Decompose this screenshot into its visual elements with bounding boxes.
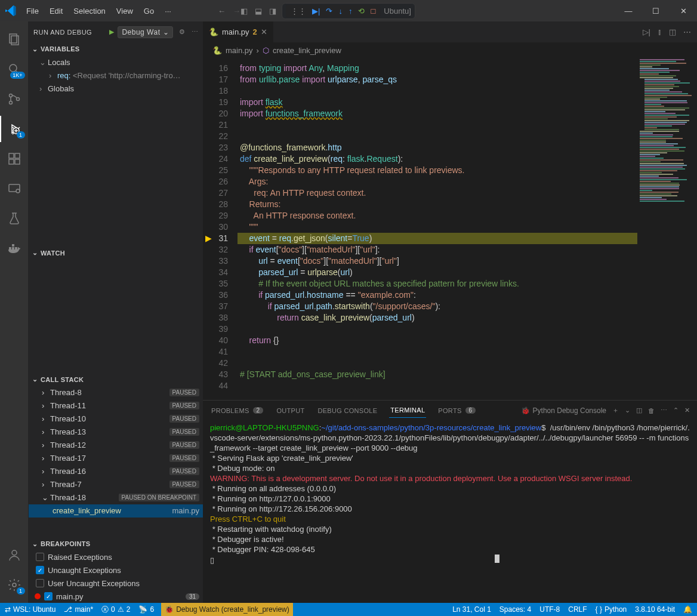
panel-more-icon[interactable]: ⋯	[661, 406, 667, 414]
close-panel-icon[interactable]: ✕	[684, 406, 690, 414]
debug-step-over-icon[interactable]: ↷	[326, 7, 332, 16]
error-icon: ⓧ	[101, 605, 109, 615]
bp-user-uncaught[interactable]: User Uncaught Exceptions	[29, 577, 203, 590]
open-launch-json-icon[interactable]: ⚙	[179, 28, 186, 36]
bp-uncaught[interactable]: ✓Uncaught Exceptions	[29, 563, 203, 577]
callstack-thread[interactable]: ›Thread-11PAUSED	[29, 399, 203, 412]
command-center[interactable]: ⋮⋮ ▶| ↷ ↓ ↑ ⟲ □ Ubuntu]	[282, 3, 415, 19]
run-file-icon[interactable]: ▷|	[643, 27, 650, 36]
menu-file[interactable]: File	[21, 4, 44, 18]
editor[interactable]: ▶ 16171819202122232425262728293031323334…	[203, 59, 697, 400]
variables-section[interactable]: ⌄VARIABLES	[29, 42, 203, 56]
menu-selection[interactable]: Selection	[69, 4, 110, 18]
activity-settings[interactable]: 1	[0, 572, 29, 598]
callstack-thread[interactable]: ›Thread-8PAUSED	[29, 386, 203, 399]
activity-debug[interactable]: 1	[0, 116, 29, 142]
terminal-dropdown-icon[interactable]: ⌄	[625, 406, 630, 414]
activity-search[interactable]: 1K+	[0, 56, 29, 82]
scope-locals[interactable]: ⌄Locals	[29, 56, 203, 69]
menu-edit[interactable]: Edit	[45, 4, 67, 18]
close-tab-icon[interactable]: ✕	[261, 27, 267, 36]
activity-extensions[interactable]	[0, 146, 29, 172]
sb-ports[interactable]: 📡6	[138, 605, 154, 614]
layout-primary-icon[interactable]: ◧	[240, 7, 248, 16]
debug-step-into-icon[interactable]: ↓	[338, 7, 343, 16]
split-editor-icon[interactable]: ◫	[669, 27, 676, 36]
sb-eol[interactable]: CRLF	[568, 605, 587, 614]
editor-tab-main[interactable]: 🐍 main.py 2 ✕	[203, 21, 274, 42]
breakpoints-list: Raised Exceptions ✓Uncaught Exceptions U…	[29, 550, 203, 603]
menu-go[interactable]: Go	[139, 4, 159, 18]
debug-drag-icon[interactable]: ⋮⋮	[291, 7, 306, 16]
sb-position[interactable]: Ln 31, Col 1	[452, 605, 491, 614]
debug-alt-icon: 🐞	[165, 605, 174, 614]
close-button[interactable]: ✕	[670, 0, 697, 21]
sb-notifications[interactable]: 🔔	[683, 605, 692, 614]
terminal-profile-dropdown[interactable]: 🐞Python Debug Console	[521, 406, 606, 415]
callstack-thread[interactable]: ›Thread-7PAUSED	[29, 478, 203, 491]
tab-problems[interactable]: PROBLEMS2	[210, 404, 264, 418]
callstack-thread[interactable]: ›Thread-16PAUSED	[29, 465, 203, 478]
nav-back-icon[interactable]: ←	[218, 7, 226, 16]
debug-restart-icon[interactable]: ⟲	[358, 7, 365, 16]
breakpoints-section[interactable]: ⌄BREAKPOINTS	[29, 537, 203, 550]
new-terminal-icon[interactable]: ＋	[612, 406, 619, 415]
tab-ports[interactable]: PORTS6	[437, 404, 477, 418]
bp-file[interactable]: ✓main.py31	[29, 590, 203, 603]
sb-problems[interactable]: ⓧ0⚠2	[101, 605, 130, 615]
callstack-thread[interactable]: ›Thread-10PAUSED	[29, 412, 203, 426]
sb-launch[interactable]: 🐞Debug Watch (create_link_preview)	[161, 603, 293, 616]
layout-secondary-icon[interactable]: ◨	[269, 7, 276, 16]
activity-remote[interactable]	[0, 175, 29, 202]
sb-interpreter[interactable]: 3.8.10 64-bit	[635, 605, 675, 614]
sb-remote[interactable]: ⇄WSL: Ubuntu	[5, 605, 55, 614]
sb-language[interactable]: { }Python	[596, 605, 627, 614]
window-title-suffix: Ubuntu]	[384, 7, 411, 16]
debug-continue-icon[interactable]: ▶|	[312, 7, 320, 16]
kill-terminal-icon[interactable]: 🗑	[648, 407, 655, 414]
callstack-thread[interactable]: ›Thread-13PAUSED	[29, 426, 203, 439]
scope-globals[interactable]: ›Globals	[29, 82, 203, 95]
status-bar: ⇄WSL: Ubuntu ⎇main* ⓧ0⚠2 📡6 🐞Debug Watch…	[0, 603, 697, 616]
menu-view[interactable]: View	[112, 4, 138, 18]
start-debug-icon[interactable]: ▶	[109, 28, 115, 36]
callstack-thread[interactable]: ⌄Thread-18PAUSED ON BREAKPOINT	[29, 491, 203, 504]
callstack-section[interactable]: ⌄CALL STACK	[29, 373, 203, 386]
activity-explorer[interactable]	[0, 26, 29, 53]
maximize-panel-icon[interactable]: ⌃	[673, 406, 679, 414]
bp-raised[interactable]: Raised Exceptions	[29, 550, 203, 563]
minimize-button[interactable]: ―	[615, 0, 642, 21]
maximize-button[interactable]: ☐	[642, 0, 670, 21]
code-content[interactable]: from typing import Any, Mappingfrom urll…	[238, 59, 637, 400]
minimap[interactable]	[637, 59, 697, 400]
terminal-content[interactable]: pierrick@LAPTOP-HKU5PNNG:~/git/add-ons-s…	[203, 420, 697, 603]
callstack-frame[interactable]: create_link_previewmain.py	[29, 504, 203, 518]
git-branch-icon: ⎇	[64, 605, 72, 614]
split-terminal-icon[interactable]: ◫	[636, 406, 642, 414]
sb-branch[interactable]: ⎇main*	[64, 605, 93, 614]
diff-icon[interactable]: ⫿	[658, 27, 662, 36]
sidebar-more-icon[interactable]: ⋯	[192, 28, 199, 36]
layout-panel-icon[interactable]: ⬓	[255, 7, 262, 16]
editor-more-icon[interactable]: ⋯	[683, 27, 691, 36]
breadcrumbs[interactable]: 🐍 main.py › ⬡ create_link_preview	[203, 42, 697, 59]
activity-account[interactable]	[0, 542, 29, 568]
watch-section[interactable]: ⌄WATCH	[29, 247, 203, 260]
sb-encoding[interactable]: UTF-8	[539, 605, 560, 614]
variables-tree: ⌄Locals ›req: <Request 'http://charming-…	[29, 56, 203, 95]
launch-config-dropdown[interactable]: Debug Wat⌄	[118, 26, 173, 38]
menu-more[interactable]: ···	[160, 4, 176, 18]
tab-terminal[interactable]: TERMINAL	[389, 403, 426, 418]
sb-spaces[interactable]: Spaces: 4	[499, 605, 531, 614]
tab-debug-console[interactable]: DEBUG CONSOLE	[316, 404, 378, 418]
nav-fwd-icon[interactable]: →	[233, 7, 240, 16]
activity-scm[interactable]	[0, 86, 29, 112]
debug-step-out-icon[interactable]: ↑	[348, 7, 353, 16]
tab-output[interactable]: OUTPUT	[275, 404, 306, 418]
callstack-thread[interactable]: ›Thread-12PAUSED	[29, 439, 203, 452]
activity-testing[interactable]	[0, 205, 29, 232]
callstack-thread[interactable]: ›Thread-17PAUSED	[29, 452, 203, 465]
activity-docker[interactable]	[0, 235, 29, 261]
var-req[interactable]: ›req: <Request 'http://charming-tro…	[29, 69, 203, 82]
debug-stop-icon[interactable]: □	[371, 7, 375, 16]
